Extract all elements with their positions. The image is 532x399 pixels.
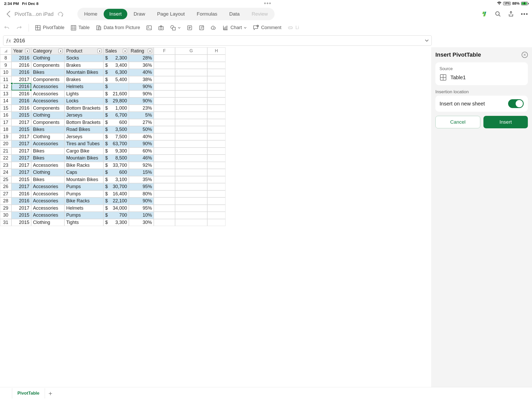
cell-year[interactable]: 2016 — [11, 105, 31, 112]
more-icon[interactable]: ••• — [521, 11, 528, 17]
cell-product[interactable]: Mountain Bikes — [64, 176, 103, 183]
cell-rating[interactable]: 40% — [129, 133, 154, 141]
cell-year[interactable]: 2017 — [11, 140, 31, 148]
cell-category[interactable]: Accessories — [31, 83, 64, 90]
cell-sales[interactable]: $ 600 — [103, 169, 129, 176]
ribbon-tab-insert[interactable]: Insert — [104, 9, 128, 19]
cell-year[interactable]: 2016 — [11, 62, 31, 69]
cell-rating[interactable]: 92% — [129, 162, 154, 169]
empty-cell[interactable] — [175, 90, 207, 98]
empty-cell[interactable] — [154, 219, 175, 226]
sheet-tab-pivottable[interactable]: PivotTable — [12, 388, 45, 398]
cell-product[interactable]: Mountain Bikes — [64, 69, 103, 76]
empty-cell[interactable] — [175, 69, 207, 76]
cell-sales[interactable]: $ 34,000 — [103, 205, 129, 212]
cell-year[interactable]: 2015 — [11, 219, 31, 226]
cell-product[interactable]: Bottom Brackets — [64, 119, 103, 126]
cell-sales[interactable]: $ 21,600 — [103, 90, 129, 98]
cell-rating[interactable]: 90% — [129, 83, 154, 90]
row-header[interactable]: 24 — [0, 169, 11, 176]
row-header[interactable]: 12 — [0, 83, 11, 90]
table-button[interactable]: Table — [71, 25, 90, 31]
cell-category[interactable]: Accessories — [31, 205, 64, 212]
cell-year[interactable]: 2015 — [11, 126, 31, 133]
cell-sales[interactable]: $ 3,100 — [103, 176, 129, 183]
cell-rating[interactable]: 95% — [129, 183, 154, 190]
cell-rating[interactable]: 90% — [129, 90, 154, 98]
empty-cell[interactable] — [207, 190, 225, 198]
cell-category[interactable]: Bikes — [31, 126, 64, 133]
empty-cell[interactable] — [175, 126, 207, 133]
empty-cell[interactable] — [207, 55, 225, 62]
empty-cell[interactable] — [207, 69, 225, 76]
empty-cell[interactable] — [175, 97, 207, 105]
cell-product[interactable]: Pumps — [64, 190, 103, 198]
row-header[interactable]: 13 — [0, 90, 11, 98]
cell-product[interactable]: Lights — [64, 90, 103, 98]
column-header-year[interactable]: Year▾ — [11, 47, 31, 55]
cell-product[interactable]: Mountain Bikes — [64, 155, 103, 162]
cell-year[interactable]: 2016 — [11, 97, 31, 105]
empty-cell[interactable] — [175, 197, 207, 205]
ribbon-tab-draw[interactable]: Draw — [128, 9, 151, 19]
document-title[interactable]: PivotTa...on iPad — [15, 11, 54, 17]
cell-product[interactable]: Pumps — [64, 212, 103, 219]
filter-button-sales[interactable]: ▾ — [123, 49, 127, 53]
row-header[interactable]: 23 — [0, 162, 11, 169]
cell-product[interactable]: Tights — [64, 219, 103, 226]
ribbon-tab-review[interactable]: Review — [246, 9, 274, 19]
insert-new-sheet-toggle[interactable] — [508, 99, 524, 108]
empty-cell[interactable] — [207, 112, 225, 119]
cell-year[interactable]: 2017 — [11, 162, 31, 169]
cell-product[interactable]: Brakes — [64, 76, 103, 83]
cell-sales[interactable]: $ 9,300 — [103, 148, 129, 155]
empty-cell[interactable] — [154, 97, 175, 105]
pictures-icon[interactable] — [146, 25, 152, 31]
empty-cell[interactable] — [154, 169, 175, 176]
row-header[interactable]: 8 — [0, 55, 11, 62]
cell-category[interactable]: Components — [31, 76, 64, 83]
empty-cell[interactable] — [175, 183, 207, 190]
cell-category[interactable]: Components — [31, 62, 64, 69]
insert-button[interactable]: Insert — [483, 116, 528, 128]
empty-cell[interactable] — [175, 169, 207, 176]
row-header[interactable]: 28 — [0, 197, 11, 205]
cell-product[interactable]: Jerseys — [64, 112, 103, 119]
cell-product[interactable]: Jerseys — [64, 133, 103, 141]
cell-sales[interactable]: $ 6,300 — [103, 69, 129, 76]
cell-rating[interactable]: 40% — [129, 69, 154, 76]
empty-cell[interactable] — [207, 119, 225, 126]
source-card[interactable]: Source Table1 — [435, 62, 528, 85]
empty-cell[interactable] — [207, 148, 225, 155]
cell-product[interactable]: Bike Racks — [64, 162, 103, 169]
textbox-icon[interactable] — [187, 25, 192, 31]
column-header-F[interactable]: F — [154, 47, 175, 55]
cell-category[interactable]: Accessories — [31, 97, 64, 105]
empty-cell[interactable] — [175, 62, 207, 69]
empty-cell[interactable] — [207, 169, 225, 176]
cell-category[interactable]: Accessories — [31, 190, 64, 198]
cell-year[interactable]: 2017 — [11, 169, 31, 176]
cell-product[interactable]: Bike Racks — [64, 197, 103, 205]
cell-category[interactable]: Clothing — [31, 133, 64, 141]
cell-category[interactable]: Accessories — [31, 90, 64, 98]
ribbon-tab-pagelayout[interactable]: Page Layout — [151, 9, 191, 19]
empty-cell[interactable] — [154, 69, 175, 76]
cell-rating[interactable]: 30% — [129, 219, 154, 226]
empty-cell[interactable] — [175, 140, 207, 148]
row-header[interactable]: 17 — [0, 119, 11, 126]
cell-rating[interactable]: 38% — [129, 76, 154, 83]
ribbon-tab-formulas[interactable]: Formulas — [191, 9, 223, 19]
empty-cell[interactable] — [207, 126, 225, 133]
empty-cell[interactable] — [175, 205, 207, 212]
cell-sales[interactable]: $ 16,400 — [103, 190, 129, 198]
cell-category[interactable]: Clothing — [31, 55, 64, 62]
empty-cell[interactable] — [207, 76, 225, 83]
formula-value[interactable]: 2016 — [14, 38, 425, 44]
autosave-cloud-icon[interactable] — [58, 11, 63, 17]
undo-button[interactable] — [4, 25, 10, 31]
row-header[interactable]: 19 — [0, 133, 11, 141]
cell-rating[interactable]: 5% — [129, 112, 154, 119]
empty-cell[interactable] — [154, 176, 175, 183]
empty-cell[interactable] — [154, 140, 175, 148]
